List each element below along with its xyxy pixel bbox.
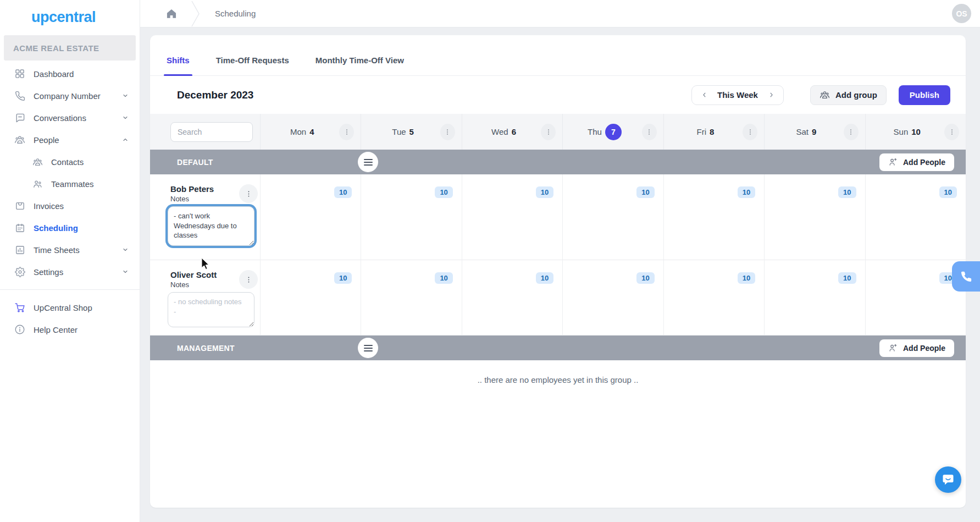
bar-chart-icon bbox=[14, 244, 26, 256]
tab-shifts[interactable]: Shifts bbox=[165, 45, 191, 76]
hours-badge[interactable]: 10 bbox=[435, 272, 452, 284]
breadcrumb[interactable]: Scheduling bbox=[215, 9, 256, 18]
avatar[interactable]: OS bbox=[952, 4, 971, 23]
teammates-icon bbox=[31, 178, 43, 190]
shift-cell: 10 bbox=[865, 174, 966, 260]
add-people-button[interactable]: Add People bbox=[879, 153, 954, 171]
workspace-selector[interactable]: ACME REAL ESTATE bbox=[4, 35, 136, 61]
today-badge: 7 bbox=[605, 124, 622, 140]
shift-cell: 10 bbox=[361, 174, 461, 260]
employee-row-oliver-scott: Oliver Scott Notes 10 10 10 10 10 10 10 bbox=[150, 260, 966, 336]
notes-textarea[interactable] bbox=[168, 292, 254, 327]
day-header-sun: Sun10 bbox=[865, 114, 966, 150]
group-name: MANAGEMENT bbox=[177, 344, 235, 353]
chevron-down-icon bbox=[122, 92, 129, 99]
sidebar-item-upcentral-shop[interactable]: UpCentral Shop bbox=[0, 296, 140, 318]
person-plus-icon bbox=[888, 343, 898, 353]
sidebar-item-invoices[interactable]: Invoices bbox=[0, 195, 140, 217]
hours-badge[interactable]: 10 bbox=[636, 186, 654, 198]
employee-menu-kebab-icon[interactable] bbox=[239, 270, 258, 289]
sidebar-item-conversations[interactable]: Conversations bbox=[0, 107, 140, 129]
add-people-button[interactable]: Add People bbox=[879, 339, 954, 357]
hours-badge[interactable]: 10 bbox=[838, 186, 856, 198]
employee-menu-kebab-icon[interactable] bbox=[239, 184, 258, 203]
sidebar-item-time-sheets[interactable]: Time Sheets bbox=[0, 239, 140, 261]
hours-badge[interactable]: 10 bbox=[435, 186, 452, 198]
notes-textarea-focused[interactable]: - can't work Wednesdays due to classes bbox=[168, 206, 254, 246]
sidebar-item-scheduling[interactable]: Scheduling bbox=[0, 217, 140, 239]
chevron-down-icon bbox=[122, 246, 129, 253]
chevron-down-icon bbox=[122, 114, 129, 121]
sidebar-item-label: Contacts bbox=[51, 157, 84, 167]
day-menu-kebab-icon[interactable] bbox=[541, 124, 556, 140]
hours-badge[interactable]: 10 bbox=[334, 272, 352, 284]
shift-cell: 10 bbox=[260, 174, 361, 260]
shift-cell: 10 bbox=[260, 260, 361, 336]
search-input[interactable] bbox=[170, 122, 253, 142]
sidebar-item-teammates[interactable]: Teammates bbox=[0, 173, 140, 195]
sidebar-item-contacts[interactable]: Contacts bbox=[0, 151, 140, 173]
day-menu-kebab-icon[interactable] bbox=[944, 124, 959, 140]
hours-badge[interactable]: 10 bbox=[738, 272, 755, 284]
sidebar-item-dashboard[interactable]: Dashboard bbox=[0, 63, 140, 85]
hours-badge[interactable]: 10 bbox=[536, 272, 553, 284]
month-title: December 2023 bbox=[177, 89, 253, 101]
day-menu-kebab-icon[interactable] bbox=[844, 124, 859, 140]
info-circle-icon bbox=[14, 323, 26, 336]
chat-launcher-icon[interactable] bbox=[935, 466, 961, 493]
day-header-wed: Wed6 bbox=[462, 114, 562, 150]
hours-badge[interactable]: 10 bbox=[334, 186, 352, 198]
sidebar-item-label: People bbox=[34, 135, 59, 145]
day-menu-kebab-icon[interactable] bbox=[743, 124, 757, 140]
group-name: DEFAULT bbox=[177, 158, 213, 167]
sidebar-item-company-number[interactable]: Company Number bbox=[0, 85, 140, 107]
empty-group-message: .. there are no employees yet in this gr… bbox=[150, 360, 966, 399]
phone-icon bbox=[961, 271, 971, 281]
publish-button[interactable]: Publish bbox=[899, 85, 950, 105]
sidebar-item-help-center[interactable]: Help Center bbox=[0, 318, 140, 340]
sidebar-item-label: Settings bbox=[34, 267, 63, 277]
sidebar-item-settings[interactable]: Settings bbox=[0, 261, 140, 283]
day-number: 10 bbox=[911, 127, 921, 136]
prev-week-button[interactable] bbox=[697, 89, 711, 102]
home-icon[interactable] bbox=[165, 8, 178, 20]
calendar-icon bbox=[14, 222, 26, 234]
day-name: Fri bbox=[697, 127, 707, 136]
sidebar: upcentral ACME REAL ESTATE Dashboard Com… bbox=[0, 0, 140, 522]
hours-badge[interactable]: 10 bbox=[939, 186, 957, 198]
group-menu-hamburger-icon[interactable] bbox=[358, 152, 378, 172]
hours-badge[interactable]: 10 bbox=[738, 186, 755, 198]
week-label: This Week bbox=[711, 90, 765, 100]
tab-time-off-requests[interactable]: Time-Off Requests bbox=[215, 45, 290, 76]
topbar: Scheduling OS bbox=[140, 0, 980, 28]
schedule-header-row: Mon4 Tue5 Wed6 Thu7 Fri8 Sat9 Sun10 bbox=[150, 114, 966, 150]
day-name: Sat bbox=[796, 127, 809, 136]
day-menu-kebab-icon[interactable] bbox=[642, 124, 657, 140]
add-group-button[interactable]: Add group bbox=[810, 85, 887, 105]
chevron-down-icon bbox=[122, 268, 129, 275]
sidebar-item-people[interactable]: People bbox=[0, 129, 140, 151]
group-bar-management: MANAGEMENT Add People bbox=[150, 336, 966, 360]
add-people-label: Add People bbox=[903, 344, 945, 353]
sidebar-item-label: Conversations bbox=[34, 113, 86, 123]
search-cell bbox=[150, 114, 260, 150]
group-menu-hamburger-icon[interactable] bbox=[358, 338, 378, 358]
add-people-label: Add People bbox=[903, 158, 945, 167]
day-number: 6 bbox=[512, 127, 516, 136]
hours-badge[interactable]: 10 bbox=[838, 272, 856, 284]
day-header-tue: Tue5 bbox=[361, 114, 461, 150]
day-menu-kebab-icon[interactable] bbox=[440, 124, 455, 140]
day-name: Mon bbox=[290, 127, 306, 136]
wallet-icon bbox=[14, 200, 26, 212]
shift-cell: 10 bbox=[865, 260, 966, 336]
next-week-button[interactable] bbox=[765, 89, 778, 102]
chat-bubble-icon bbox=[14, 112, 26, 124]
day-menu-kebab-icon[interactable] bbox=[339, 124, 354, 140]
person-plus-icon bbox=[888, 157, 898, 167]
phone-call-tab[interactable] bbox=[952, 261, 980, 292]
tab-monthly-time-off-view[interactable]: Monthly Time-Off View bbox=[314, 45, 405, 76]
hours-badge[interactable]: 10 bbox=[636, 272, 654, 284]
people-group-icon bbox=[14, 134, 26, 146]
sidebar-item-label: UpCentral Shop bbox=[34, 303, 92, 312]
hours-badge[interactable]: 10 bbox=[536, 186, 553, 198]
